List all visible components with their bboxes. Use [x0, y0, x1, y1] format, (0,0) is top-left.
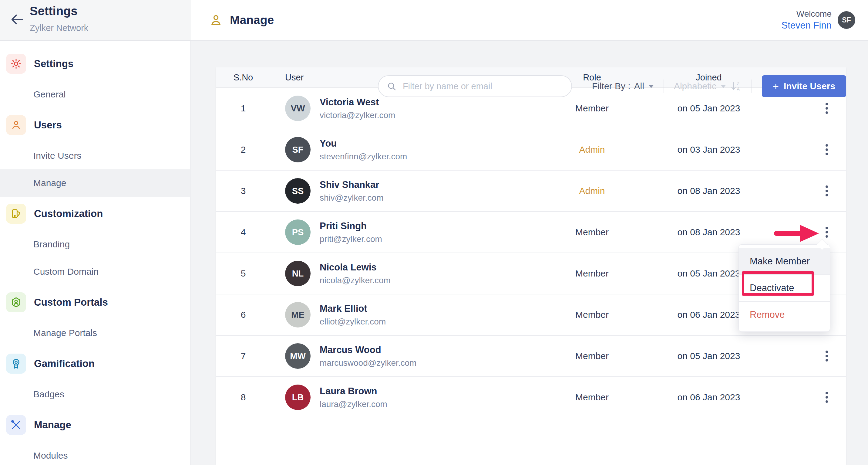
sidebar-item-customization[interactable]: Customization — [0, 197, 190, 231]
avatar[interactable]: SF — [838, 11, 855, 29]
menu-item-make-member[interactable]: Make Member — [739, 248, 830, 275]
search-input[interactable] — [402, 81, 561, 92]
row-actions — [777, 100, 846, 116]
joined-cell: on 08 Jan 2023 — [641, 186, 777, 196]
row-serial: 4 — [216, 227, 271, 237]
user-cell: ME Mark Elliot elliot@zylker.com — [271, 302, 544, 327]
search-box[interactable] — [378, 75, 572, 97]
sidebar-section-label: Manage — [34, 419, 71, 431]
chevron-down-icon — [721, 85, 726, 88]
user-email: elliot@zylker.com — [320, 317, 386, 327]
user-cell: VW Victoria West victoria@zylker.com — [271, 96, 544, 121]
invite-users-button[interactable]: + Invite Users — [762, 75, 846, 97]
avatar: VW — [285, 96, 311, 121]
sidebar-item-custom-portals[interactable]: Custom Portals — [0, 285, 190, 319]
sort-za-icon: ZA — [730, 81, 742, 92]
row-serial: 5 — [216, 268, 271, 279]
user-name: Priti Singh — [320, 221, 382, 232]
user-name: You — [320, 138, 407, 149]
user-cell: LB Laura Brown laura@zylker.com — [271, 384, 544, 410]
role-cell: Admin — [544, 144, 641, 155]
sidebar-section-label: Settings — [34, 58, 73, 69]
sidebar-nav: Settings General Users Invite Users Mana… — [0, 41, 190, 465]
user-cell: SS Shiv Shankar shiv@zylker.com — [271, 178, 544, 204]
joined-cell: on 05 Jan 2023 — [641, 351, 777, 361]
user-email: stevenfinn@zylker.com — [320, 152, 407, 162]
kebab-menu-icon[interactable] — [823, 348, 830, 364]
welcome-block: Welcome Steven Finn — [781, 8, 832, 32]
sidebar-item-modules[interactable]: Modules — [0, 442, 190, 465]
sidebar-item-gamification[interactable]: Gamification — [0, 347, 190, 381]
kebab-menu-icon[interactable] — [823, 183, 830, 199]
sidebar-item-manage-users[interactable]: Manage — [0, 169, 190, 197]
user-info: Laura Brown laura@zylker.com — [320, 386, 387, 409]
sidebar-item-general[interactable]: General — [0, 81, 190, 108]
sidebar-item-branding[interactable]: Branding — [0, 231, 190, 258]
avatar: PS — [285, 220, 311, 245]
sidebar-item-badges[interactable]: Badges — [0, 381, 190, 408]
sidebar-sub-label: Branding — [33, 239, 70, 250]
kebab-menu-icon[interactable] — [823, 224, 830, 240]
row-actions — [777, 142, 846, 157]
sidebar-header: Settings Zylker Network — [0, 0, 190, 41]
user-name: Shiv Shankar — [320, 179, 383, 190]
manage-user-icon — [209, 13, 223, 27]
sidebar-sub-label: Manage — [33, 178, 66, 188]
avatar: ME — [285, 302, 311, 327]
table-row: 8 LB Laura Brown laura@zylker.com Member… — [216, 377, 846, 418]
sidebar-section-label: Gamification — [34, 358, 95, 369]
kebab-menu-icon[interactable] — [823, 100, 830, 116]
user-email: victoria@zylker.com — [320, 111, 395, 120]
network-name: Zylker Network — [30, 23, 88, 33]
table-row: 3 SS Shiv Shankar shiv@zylker.com Admin … — [216, 171, 846, 212]
header-sno: S.No — [216, 72, 271, 83]
current-user-link[interactable]: Steven Finn — [781, 20, 832, 32]
sidebar-item-invite-users[interactable]: Invite Users — [0, 142, 190, 169]
user-cell: SF You stevenfinn@zylker.com — [271, 137, 544, 163]
row-serial: 8 — [216, 392, 271, 403]
plus-icon: + — [773, 81, 779, 92]
topbar-user-area: Welcome Steven Finn SF — [781, 8, 855, 32]
kebab-menu-icon[interactable] — [823, 142, 830, 157]
back-arrow-icon[interactable] — [9, 11, 25, 27]
sidebar-title: Settings — [30, 4, 78, 18]
sidebar-item-users[interactable]: Users — [0, 108, 190, 142]
annotation-arrow-shaft — [774, 231, 802, 236]
row-serial: 1 — [216, 103, 271, 114]
user-email: shiv@zylker.com — [320, 193, 383, 203]
role-cell: Member — [544, 268, 641, 279]
menu-item-remove[interactable]: Remove — [739, 302, 830, 328]
sidebar-item-manage-modules[interactable]: Manage — [0, 408, 190, 442]
kebab-menu-icon[interactable] — [823, 389, 830, 405]
row-serial: 7 — [216, 351, 271, 361]
row-actions — [777, 389, 846, 405]
main-area: Manage Welcome Steven Finn SF Filter By … — [190, 0, 868, 465]
user-info: Mark Elliot elliot@zylker.com — [320, 303, 386, 327]
sidebar-sub-label: Custom Domain — [33, 266, 99, 277]
sidebar-item-custom-domain[interactable]: Custom Domain — [0, 258, 190, 285]
avatar: SS — [285, 178, 311, 204]
tools-icon — [6, 415, 26, 435]
search-icon — [386, 81, 397, 91]
joined-cell: on 06 Jan 2023 — [641, 392, 777, 403]
invite-users-label: Invite Users — [784, 81, 835, 91]
user-email: nicola@zylker.com — [320, 275, 391, 285]
filter-by-dropdown[interactable]: Filter By : All — [592, 81, 654, 91]
sidebar-sub-label: Badges — [33, 389, 64, 400]
user-name: Marcus Wood — [320, 345, 416, 355]
sort-dropdown[interactable]: Alphabetic ZA — [674, 81, 742, 92]
role-cell: Member — [544, 351, 641, 361]
avatar: MW — [285, 343, 311, 369]
user-info: Victoria West victoria@zylker.com — [320, 97, 395, 120]
avatar: LB — [285, 384, 311, 410]
sidebar-sub-label: General — [33, 89, 66, 99]
row-serial: 3 — [216, 186, 271, 196]
user-info: Priti Singh priti@zylker.com — [320, 221, 382, 244]
row-actions — [777, 183, 846, 199]
sidebar-item-manage-portals[interactable]: Manage Portals — [0, 319, 190, 347]
role-cell: Member — [544, 103, 641, 114]
sidebar-sub-label: Modules — [33, 451, 68, 461]
chevron-down-icon — [648, 85, 654, 88]
sidebar-section-label: Customization — [34, 208, 103, 220]
sidebar-item-settings[interactable]: Settings — [0, 47, 190, 81]
